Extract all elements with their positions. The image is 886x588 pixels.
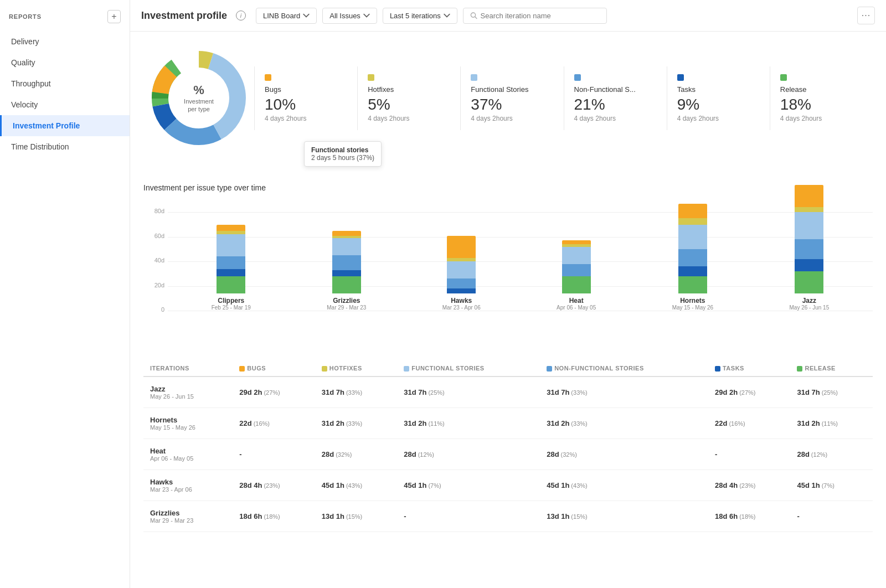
stat-card-sub: 4 days 2hours	[677, 115, 760, 122]
bar-label: Hornets	[680, 297, 705, 305]
cell-value: 31d 7h	[404, 388, 426, 396]
sidebar-item-throughput[interactable]: Throughput	[0, 73, 130, 94]
cell-release: 31d 2h(11%)	[790, 408, 873, 439]
sidebar-item-velocity[interactable]: Velocity	[0, 94, 130, 115]
stat-card-functional-stories: Functional Stories 37% 4 days 2hours	[460, 66, 563, 130]
col-header-hotfixes: HOTFIXES	[315, 360, 397, 376]
iteration-date: Mar 23 - Apr 06	[150, 486, 226, 493]
iteration-name: Hawks	[150, 478, 226, 486]
cell-pct: (25%)	[428, 389, 444, 396]
sidebar-title: REPORTS	[9, 13, 42, 20]
bar-segment-bugs	[217, 225, 245, 231]
cell-pct: (33%)	[571, 420, 587, 427]
bar-segment-nonfunctional	[332, 255, 361, 270]
search-input[interactable]	[481, 12, 600, 20]
more-options-button[interactable]: ···	[857, 7, 875, 24]
cell-bugs: -	[233, 439, 315, 470]
cell-pct: (23%)	[264, 482, 280, 489]
cell-pct: (27%)	[739, 389, 755, 396]
cell-value: 31d 2h	[797, 419, 820, 427]
cell-value: 13d 1h	[322, 512, 344, 520]
cell-value: 31d 7h	[547, 388, 569, 396]
cell-value: 45d 1h	[797, 481, 820, 489]
stat-card-color	[677, 74, 684, 81]
bars-area: ClippersFeb 25 - Mar 19GrizzliesMar 29 -…	[168, 200, 873, 311]
stat-card-pct: 21%	[574, 96, 657, 114]
cell-pct: (33%)	[346, 420, 362, 427]
grid-label: 80d	[143, 208, 164, 214]
col-header-functional: FUNCTIONAL STORIES	[397, 360, 540, 376]
cell-functional: 28d(12%)	[397, 439, 540, 470]
cell-pct: (33%)	[571, 389, 587, 396]
cell-value: 18d 6h	[715, 512, 738, 520]
info-icon[interactable]: i	[236, 11, 246, 20]
col-color	[239, 366, 245, 372]
page-title: Investment profile	[141, 10, 227, 22]
iterations-dropdown[interactable]: Last 5 iterations	[383, 8, 457, 24]
sidebar-item-investment-profile[interactable]: Investment Profile	[0, 115, 130, 136]
board-dropdown[interactable]: LINB Board	[256, 8, 317, 24]
col-header-tasks: TASKS	[708, 360, 790, 376]
cell-pct: (18%)	[739, 513, 755, 520]
chevron-down-icon	[303, 12, 310, 19]
cell-value: 28d	[404, 450, 416, 458]
donut-text: Investmentper type	[184, 97, 214, 114]
stat-card-label: Bugs	[265, 85, 347, 94]
table-row: GrizzliesMar 29 - Mar 2318d 6h(18%)13d 1…	[143, 501, 873, 532]
iteration-date: Mar 29 - Mar 23	[150, 517, 226, 524]
table-row: HornetsMay 15 - May 2622d(16%)31d 2h(33%…	[143, 408, 873, 439]
cell-nonfunctional: 13d 1h(15%)	[540, 501, 708, 532]
cell-value: 45d 1h	[404, 481, 426, 489]
bar-date-label: Apr 06 - May 05	[557, 305, 596, 311]
stat-card-color	[471, 74, 477, 81]
iteration-name: Hornets	[150, 416, 226, 424]
cell-release: 45d 1h(7%)	[790, 470, 873, 501]
add-report-button[interactable]: +	[107, 10, 121, 23]
cell-value: -	[797, 512, 799, 520]
stat-card-sub: 4 days 2hours	[368, 115, 450, 122]
stat-card-label: Release	[780, 85, 863, 94]
content-area: % Investmentper type Bugs 10% 4 days 2ho…	[130, 32, 886, 543]
bar-label: Clippers	[218, 297, 244, 305]
cell-hotfixes: 13d 1h(15%)	[315, 501, 397, 532]
bar-segment-functional	[562, 247, 591, 264]
bar-segment-hotfixes	[447, 258, 476, 262]
table-row: HawksMar 23 - Apr 0628d 4h(23%)45d 1h(43…	[143, 470, 873, 501]
stat-card-release: Release 18% 4 days 2hours	[770, 66, 873, 130]
cell-pct: (23%)	[739, 482, 755, 489]
cell-release: 28d(12%)	[790, 439, 873, 470]
cell-nonfunctional: 28d(32%)	[540, 439, 708, 470]
sidebar-item-time-distribution[interactable]: Time Distribution	[0, 136, 130, 157]
cell-tasks: 28d 4h(23%)	[708, 470, 790, 501]
sidebar-header: REPORTS +	[0, 0, 130, 31]
stacked-bar	[678, 204, 707, 293]
stat-card-pct: 18%	[780, 96, 863, 114]
cell-pct: (32%)	[336, 451, 352, 458]
bar-date-label: May 26 - Jun 15	[790, 305, 830, 311]
bar-chart: 80d60d40d20d0ClippersFeb 25 - Mar 19Griz…	[143, 200, 873, 344]
cell-pct: (15%)	[346, 513, 362, 520]
bar-segment-functional	[678, 225, 707, 249]
col-header-release: RELEASE	[790, 360, 873, 376]
table-section: ITERATIONSBUGSHOTFIXESFUNCTIONAL STORIES…	[143, 360, 873, 532]
main-content: Investment profile i LINB Board All Issu…	[130, 0, 886, 588]
stacked-bar	[447, 236, 476, 293]
cell-pct: (7%)	[428, 482, 441, 489]
col-header-nonfunctional: NON-FUNCTIONAL STORIES	[540, 360, 708, 376]
chevron-down-icon	[444, 12, 450, 19]
sidebar-item-quality[interactable]: Quality	[0, 52, 130, 73]
cell-value: 31d 7h	[797, 388, 820, 396]
bar-group: GrizzliesMar 29 - Mar 23	[327, 231, 366, 311]
donut-symbol: %	[184, 83, 214, 97]
sidebar-item-delivery[interactable]: Delivery	[0, 31, 130, 52]
issues-dropdown[interactable]: All Issues	[322, 8, 377, 24]
cell-nonfunctional: 31d 7h(33%)	[540, 376, 708, 408]
bar-segment-hotfixes	[678, 218, 707, 224]
col-color	[715, 366, 720, 372]
stacked-bar	[217, 225, 245, 293]
bar-segment-bugs	[795, 185, 823, 207]
cell-tasks: 22d(16%)	[708, 408, 790, 439]
col-color	[797, 366, 802, 372]
cell-pct: (25%)	[822, 389, 838, 396]
cell-value: 22d	[239, 419, 251, 427]
